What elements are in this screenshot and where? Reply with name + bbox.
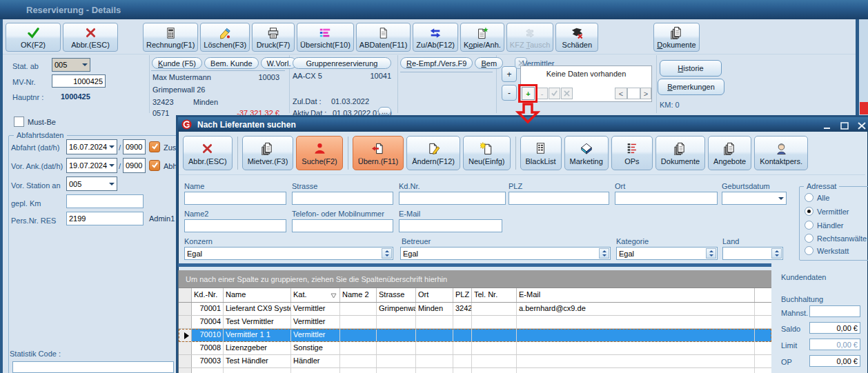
name-input[interactable]: [184, 192, 286, 205]
plz-input[interactable]: [509, 192, 609, 205]
w-vorl-button[interactable]: W.Vorl.: [261, 57, 297, 69]
minimize-button[interactable]: [823, 122, 831, 130]
column-header-ort[interactable]: Ort: [416, 288, 453, 302]
table-row[interactable]: [179, 368, 771, 373]
vermittler-next-button[interactable]: >: [640, 88, 651, 99]
vermittler-grid-remove-button[interactable]: -: [536, 88, 548, 99]
radio-händler[interactable]: [805, 221, 813, 230]
saldo-input[interactable]: 0,00 €: [809, 322, 860, 334]
more-button[interactable]: ...: [378, 107, 391, 115]
dialog-toolbar-angebote-button[interactable]: Angebote: [708, 136, 751, 170]
toolbar-uebersicht-button[interactable]: Übersicht(F10): [297, 23, 354, 52]
stat-ab-select[interactable]: 005: [52, 58, 90, 72]
vermittler-prev-button[interactable]: <: [615, 88, 627, 99]
op-input[interactable]: 0,00 €: [809, 355, 860, 367]
radio-alle[interactable]: [805, 193, 813, 202]
close-button[interactable]: [858, 122, 866, 130]
main-titlebar[interactable]: Reservierung - Details: [0, 0, 868, 19]
vermittler-grid-cancel-button[interactable]: [561, 88, 573, 99]
bem-button[interactable]: Bem: [475, 57, 503, 69]
ort-input[interactable]: [615, 192, 718, 205]
vermittler-grid-accept-button[interactable]: [549, 88, 560, 99]
column-header-name-2[interactable]: Name 2: [340, 288, 377, 302]
mv-nr-input[interactable]: 1000425: [52, 74, 106, 88]
vor-station-select[interactable]: 005: [66, 177, 117, 191]
toolbar-loeschen-button[interactable]: Löschen(F3): [200, 23, 250, 52]
kunde-button[interactable]: Kunde (F5): [152, 57, 202, 69]
vor-ank-time-input[interactable]: 0900: [123, 158, 146, 173]
grid-group-hint[interactable]: Um nach einer Spalte zu gruppieren, zieh…: [179, 270, 771, 288]
radio-rechtsanwälte[interactable]: [805, 234, 813, 243]
dialog-toolbar-mietver-button[interactable]: Mietver.(F3): [242, 136, 294, 170]
vermittler-add-button[interactable]: +: [502, 66, 517, 82]
radio-werkstatt[interactable]: [805, 246, 813, 255]
bem-kunde-button[interactable]: Bem. Kunde: [204, 57, 259, 69]
dialog-toolbar-suche-button[interactable]: Suche(F2): [296, 136, 342, 170]
gruppenreservierung-button[interactable]: Gruppenreservierung: [293, 57, 391, 69]
vermittler-page-box[interactable]: [627, 88, 640, 99]
column-header-kat-[interactable]: Kat.: [291, 288, 340, 302]
telefon-input[interactable]: [292, 219, 393, 232]
historie-button[interactable]: Historie: [660, 60, 722, 77]
toolbar-rechnung-button[interactable]: Rechnung(F1): [143, 23, 198, 52]
vor-ank-date-select[interactable]: 19.07.2024: [66, 158, 117, 173]
toolbar-schaeden-button[interactable]: Schäden: [555, 23, 598, 52]
re-empf-vers-button[interactable]: Re-Empf./Vers.F9: [400, 57, 473, 69]
name2-input[interactable]: [184, 219, 286, 232]
table-row[interactable]: 70001Lieferant CX9 Systems CVermittlerGr…: [179, 303, 771, 316]
table-row[interactable]: 70004Test VermittlerVermittler: [179, 316, 771, 329]
bemerkungen-button[interactable]: Bemerkungen: [658, 79, 724, 95]
kategorie-select[interactable]: Egal: [616, 247, 718, 260]
land-select[interactable]: [722, 247, 783, 260]
dialog-toolbar-marketing-button[interactable]: Marketing: [564, 136, 609, 170]
spinner-icon[interactable]: [599, 248, 609, 259]
strasse-input[interactable]: [292, 192, 393, 205]
toolbar-dokumente-button[interactable]: Dokumente: [653, 23, 699, 52]
must-be-checkbox[interactable]: [14, 117, 24, 127]
column-header-plz[interactable]: PLZ: [453, 288, 472, 302]
zust-checkbox[interactable]: [149, 141, 160, 152]
abh-checkbox[interactable]: [149, 160, 160, 171]
toolbar-abbrechen-button[interactable]: Abbr.(ESC): [63, 23, 118, 52]
kdnr-input[interactable]: [399, 192, 506, 205]
geburtsdatum-select[interactable]: [722, 192, 787, 205]
toolbar-kfz-tausch-button[interactable]: KFZ Tausch: [506, 23, 554, 52]
konzern-select[interactable]: Egal: [184, 247, 393, 260]
table-row[interactable]: 70003Test HändlerHändler: [179, 355, 771, 368]
toolbar-abdaten-button[interactable]: ABDaten(F11): [356, 23, 411, 52]
spinner-icon[interactable]: [706, 248, 716, 259]
dialog-toolbar-uebernehmen-button[interactable]: Übern.(F11): [353, 136, 404, 170]
table-row[interactable]: 70008LizenzgeberSonstige: [179, 342, 771, 355]
dialog-toolbar-abbrechen-button[interactable]: Abbr.(ESC): [183, 136, 233, 170]
toolbar-zu-ab-button[interactable]: Zu/Ab(F12): [413, 23, 458, 52]
dialog-toolbar-aendern-button[interactable]: Ändern(F12): [406, 136, 460, 170]
email-input[interactable]: [399, 219, 502, 232]
statistik-code-input[interactable]: [12, 361, 174, 373]
toolbar-druck-button[interactable]: Druck(F7): [252, 23, 295, 52]
toolbar-ok-button[interactable]: OK(F2): [6, 23, 61, 52]
column-header-tel-nr-[interactable]: Tel. Nr.: [472, 288, 517, 302]
gepl-km-input[interactable]: [66, 194, 144, 208]
column-header-name[interactable]: Name: [224, 288, 291, 302]
vermittler-remove-button[interactable]: -: [502, 85, 517, 101]
abfahrt-time-input[interactable]: 0900: [123, 139, 146, 154]
column-header-strasse[interactable]: Strasse: [377, 288, 416, 302]
dialog-toolbar-neu-button[interactable]: Neu(Einfg): [463, 136, 511, 170]
column-header-e-mail[interactable]: E-Mail: [517, 288, 755, 302]
table-row[interactable]: 70010Vermittler 1 1Vermittler: [179, 329, 771, 342]
mahnst-input[interactable]: [809, 305, 860, 317]
maximize-button[interactable]: [840, 122, 849, 130]
betreuer-select[interactable]: Egal: [400, 247, 611, 260]
pers-nr-input[interactable]: 2199: [66, 212, 144, 225]
column-header-kd-nr-[interactable]: Kd.-Nr.: [192, 288, 224, 302]
dialog-toolbar-dokumente-button[interactable]: Dokumente: [655, 136, 705, 170]
toolbar-kopie-anh-button[interactable]: Kopie/Anh.: [460, 23, 504, 52]
radio-vermittler[interactable]: [805, 207, 813, 216]
limit-input[interactable]: 0,00 €: [809, 339, 860, 350]
abfahrt-date-select[interactable]: 16.07.2024: [66, 139, 117, 154]
spinner-icon[interactable]: [771, 248, 782, 259]
dialog-toolbar-kontaktpers-button[interactable]: Kontaktpers.: [754, 136, 808, 170]
dialog-toolbar-ops-button[interactable]: OPs: [611, 136, 653, 170]
dialog-toolbar-blacklist-button[interactable]: BlackList: [520, 136, 562, 170]
spinner-icon[interactable]: [382, 248, 392, 259]
